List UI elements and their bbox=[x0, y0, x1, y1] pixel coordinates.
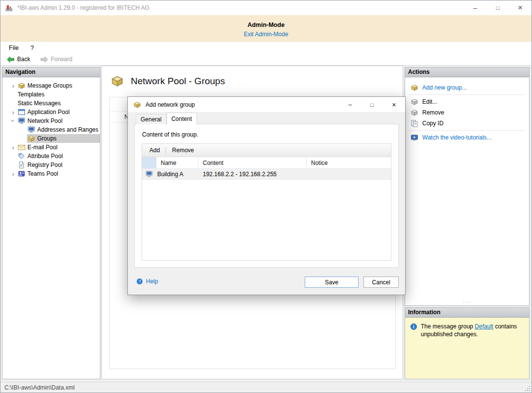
nav-item-static-messages[interactable]: Static Messages bbox=[2, 99, 100, 108]
navigation-tree: › Message Groups Templates Static Messag… bbox=[2, 77, 100, 178]
nav-item-attribute-pool[interactable]: Attribute Pool bbox=[2, 152, 100, 161]
action-watch-video-tutorials[interactable]: Watch the video-tutorials... bbox=[405, 132, 529, 143]
remove-button[interactable]: Remove bbox=[167, 145, 199, 156]
menu-file[interactable]: File bbox=[9, 45, 19, 51]
nav-item-message-groups[interactable]: › Message Groups bbox=[2, 81, 100, 90]
add-button[interactable]: Add bbox=[144, 145, 165, 156]
close-button[interactable]: × bbox=[509, 0, 532, 15]
addresses-icon bbox=[27, 126, 35, 134]
action-add-new-group[interactable]: Add new group... bbox=[405, 82, 529, 93]
dialog-description: Content of this group. bbox=[142, 131, 391, 138]
list-toolbar: Add Remove bbox=[142, 144, 391, 157]
back-button[interactable]: Back bbox=[6, 56, 30, 63]
admin-mode-banner: Admin-Mode Exit Admin-Mode bbox=[0, 15, 532, 42]
help-link[interactable]: Help bbox=[136, 278, 158, 285]
nav-item-templates[interactable]: Templates bbox=[2, 90, 100, 99]
add-group-icon bbox=[411, 84, 418, 92]
dialog-icon bbox=[133, 101, 141, 109]
forward-label: Forward bbox=[51, 56, 73, 63]
divider bbox=[166, 147, 166, 154]
cancel-button[interactable]: Cancel bbox=[363, 277, 399, 288]
default-message-group-link[interactable]: Default bbox=[475, 323, 493, 330]
page-heading: Network Pool - Groups bbox=[102, 66, 403, 88]
save-button[interactable]: Save bbox=[305, 277, 359, 288]
window-title: *IBI-aws Admin 1.29.0 - registered for I… bbox=[17, 4, 149, 11]
nav-toolbar: Back Forward bbox=[0, 53, 532, 66]
app-icon bbox=[5, 4, 13, 12]
tab-content[interactable]: Content bbox=[167, 113, 197, 124]
exit-admin-mode-link[interactable]: Exit Admin-Mode bbox=[244, 31, 289, 38]
nav-item-addresses-and-ranges[interactable]: Addresses and Ranges bbox=[2, 125, 100, 134]
edit-group-icon bbox=[411, 98, 418, 106]
window-controls: – □ × bbox=[464, 0, 532, 15]
information-header: Information bbox=[405, 308, 529, 318]
table-row[interactable]: Building A 192.168.2.2 - 192.168.2.255 bbox=[142, 169, 391, 180]
action-edit[interactable]: Edit... bbox=[405, 96, 529, 107]
add-network-group-dialog: Add network group – □ × General Content … bbox=[127, 96, 406, 295]
email-pool-icon bbox=[18, 143, 25, 151]
status-path: C:\IBI-aws\Admin\Data.xml bbox=[4, 384, 74, 391]
network-pool-icon bbox=[18, 117, 25, 125]
dialog-footer: Help Save Cancel bbox=[134, 277, 399, 288]
chevron-right-icon[interactable]: › bbox=[9, 108, 17, 116]
groups-icon bbox=[27, 135, 35, 142]
forward-button[interactable]: Forward bbox=[40, 56, 73, 63]
dialog-minimize-button[interactable]: – bbox=[339, 97, 361, 112]
navigation-panel: Navigation › Message Groups Templates St… bbox=[2, 67, 100, 379]
chevron-right-icon[interactable]: › bbox=[9, 170, 17, 178]
chevron-down-icon[interactable]: › bbox=[9, 117, 17, 125]
help-icon bbox=[136, 278, 143, 285]
minimize-button[interactable]: – bbox=[464, 0, 486, 15]
video-tutorials-icon bbox=[411, 134, 418, 141]
column-header-name[interactable]: Name bbox=[156, 157, 198, 168]
splitter-gripper[interactable]: ··· bbox=[405, 299, 529, 305]
statusbar: C:\IBI-aws\Admin\Data.xml bbox=[0, 382, 532, 393]
network-range-icon bbox=[145, 170, 153, 178]
nav-item-groups[interactable]: Groups bbox=[2, 134, 100, 143]
chevron-right-icon[interactable]: › bbox=[9, 143, 17, 151]
row-icon-cell bbox=[142, 169, 156, 179]
actions-header: Actions bbox=[405, 68, 529, 77]
maximize-button[interactable]: □ bbox=[486, 0, 509, 15]
information-message: The message group Default contains unpub… bbox=[421, 323, 524, 338]
nav-item-network-pool[interactable]: › Network Pool bbox=[2, 116, 100, 125]
dialog-tabs: General Content bbox=[128, 112, 405, 124]
dialog-close-button[interactable]: × bbox=[383, 97, 405, 112]
row-content-cell: 192.168.2.2 - 192.168.2.255 bbox=[198, 169, 307, 179]
action-copy-id[interactable]: Copy ID bbox=[405, 118, 529, 129]
tab-general[interactable]: General bbox=[136, 114, 167, 124]
table-header-row: Name Content Notice bbox=[142, 157, 391, 169]
application-pool-icon bbox=[18, 108, 25, 116]
nav-item-registry-pool[interactable]: Registry Pool bbox=[2, 161, 100, 169]
chevron-right-icon[interactable]: › bbox=[9, 82, 17, 90]
resize-grip-icon[interactable] bbox=[525, 386, 531, 392]
column-header-content[interactable]: Content bbox=[198, 157, 307, 168]
attribute-pool-icon bbox=[18, 152, 25, 160]
nav-item-teams-pool[interactable]: › Teams Pool bbox=[2, 169, 100, 178]
dialog-tab-panel: Content of this group. Add Remove Name C… bbox=[134, 124, 399, 268]
column-header-icon[interactable] bbox=[142, 157, 156, 168]
dialog-maximize-button[interactable]: □ bbox=[361, 97, 383, 112]
back-label: Back bbox=[17, 56, 30, 63]
message-groups-icon bbox=[18, 82, 25, 90]
actions-panel: Actions Add new group... Edit... Remove bbox=[405, 67, 530, 306]
titlebar: *IBI-aws Admin 1.29.0 - registered for I… bbox=[0, 0, 532, 15]
row-name-cell: Building A bbox=[156, 169, 198, 179]
column-header-notice[interactable]: Notice bbox=[307, 157, 391, 168]
nav-item-email-pool[interactable]: › E-mail Pool bbox=[2, 143, 100, 152]
action-remove[interactable]: Remove bbox=[405, 107, 529, 118]
divider bbox=[409, 94, 525, 95]
actions-list: Add new group... Edit... Remove Copy ID bbox=[405, 77, 529, 143]
menubar: File ? bbox=[0, 42, 532, 53]
navigation-header: Navigation bbox=[2, 68, 100, 77]
divider bbox=[409, 130, 525, 131]
nav-item-application-pool[interactable]: › Application Pool bbox=[2, 108, 100, 116]
network-groups-icon bbox=[111, 74, 124, 88]
app-window: ? *IBI-aws Adm bbox=[0, 0, 532, 393]
registry-pool-icon bbox=[18, 161, 25, 169]
back-arrow-icon bbox=[6, 56, 15, 63]
dialog-titlebar: Add network group – □ × bbox=[128, 97, 405, 112]
menu-help[interactable]: ? bbox=[30, 45, 34, 51]
info-icon bbox=[410, 323, 417, 330]
remove-group-icon bbox=[411, 109, 418, 116]
